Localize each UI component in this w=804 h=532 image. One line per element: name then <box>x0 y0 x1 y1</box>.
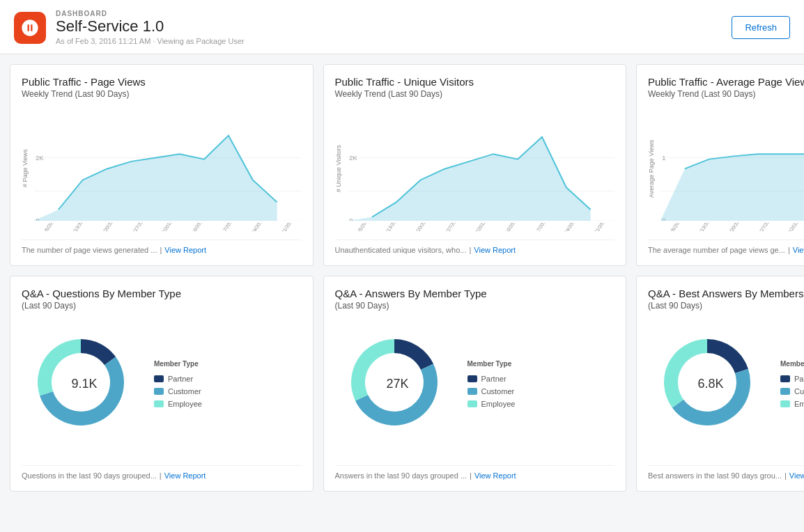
legend-color-employee <box>467 400 477 407</box>
card-title-answers-by-member: Q&A - Answers By Member Type <box>335 288 615 299</box>
dashboard-label: DASHBOARD <box>56 10 245 17</box>
donut-svg-wrap-answers-by-member: 27K <box>335 324 461 443</box>
card-answers-by-member: Q&A - Answers By Member Type (Last 90 Da… <box>323 276 627 492</box>
legend-color-partner <box>780 375 790 382</box>
legend-item-partner: Partner <box>154 375 202 383</box>
legend-title-answers-by-member: Member Type <box>467 360 516 368</box>
line-chart-page-views: # Page Views 2K 0 <box>22 106 302 234</box>
donut-chart-answers-by-member: 27K Member Type Partner Customer Employe… <box>335 318 615 460</box>
legend-label-partner: Partner <box>168 375 193 383</box>
svg-marker-5 <box>34 136 277 221</box>
legend-label-partner: Partner <box>481 375 507 383</box>
logo-icon <box>20 18 40 38</box>
legend-color-partner <box>154 375 164 382</box>
legend-title-best-answers-by-member: Member Type <box>780 360 804 368</box>
legend-item-customer: Customer <box>780 387 804 396</box>
legend-color-customer <box>154 388 164 395</box>
view-report-link-answers-by-member[interactable]: View Report <box>474 471 516 480</box>
donut-center-value-best-answers-by-member: 6.8K <box>697 377 723 391</box>
card-title-best-answers-by-member: Q&A - Best Answers By Members <box>648 288 804 299</box>
svg-marker-17 <box>660 155 804 221</box>
card-footer-page-views: The number of page views generated ... |… <box>22 240 302 254</box>
y-axis-label-avg-page-views: Average Page Views <box>648 106 660 231</box>
card-title-questions-by-member: Q&A - Questions By Member Type <box>22 288 302 299</box>
card-unique-visitors: Public Traffic - Unique Visitors Weekly … <box>323 64 627 266</box>
y-axis-label-unique-visitors: # Unique Visitors <box>335 106 348 231</box>
legend-questions-by-member: Member Type Partner Customer Employee <box>154 360 202 408</box>
legend-color-employee <box>780 400 790 407</box>
legend-best-answers-by-member: Member Type Partner Customer Employee <box>780 360 804 408</box>
header: DASHBOARD Self-Service 1.0 As of Feb 3, … <box>0 0 804 54</box>
footer-text-unique-visitors: Unauthenticated unique visitors, who... <box>335 246 467 254</box>
legend-label-employee: Employee <box>168 400 202 408</box>
card-best-answers-by-member: Q&A - Best Answers By Members (Last 90 D… <box>636 276 804 492</box>
card-subtitle-unique-visitors: Weekly Trend (Last 90 Days) <box>335 89 615 99</box>
donut-svg-wrap-best-answers-by-member: 6.8K <box>648 324 773 443</box>
header-titles: DASHBOARD Self-Service 1.0 As of Feb 3, … <box>56 10 245 45</box>
dashboard-title: Self-Service 1.0 <box>56 17 245 36</box>
app-logo <box>14 12 46 44</box>
card-page-views: Public Traffic - Page Views Weekly Trend… <box>10 64 314 266</box>
footer-text-avg-page-views: The average number of page views ge... <box>648 246 785 254</box>
donut-svg-wrap-questions-by-member: 9.1K <box>22 324 147 443</box>
donut-center-value-answers-by-member: 27K <box>386 377 408 391</box>
line-chart-unique-visitors: # Unique Visitors 2K 0 <box>335 106 615 234</box>
legend-label-employee: Employee <box>481 400 516 408</box>
donut-chart-questions-by-member: 9.1K Member Type Partner Customer Employ… <box>22 318 302 460</box>
legend-answers-by-member: Member Type Partner Customer Employee <box>467 360 516 408</box>
legend-item-employee: Employee <box>154 400 202 408</box>
legend-color-customer <box>467 388 477 395</box>
svg-text:1: 1 <box>662 155 665 162</box>
footer-text-answers-by-member: Answers in the last 90 days grouped ... <box>335 471 467 480</box>
card-subtitle-best-answers-by-member: (Last 90 Days) <box>648 301 804 311</box>
donut-chart-best-answers-by-member: 6.8K Member Type Partner Customer Employ… <box>648 318 804 460</box>
legend-color-employee <box>154 400 164 407</box>
donut-center-value-questions-by-member: 9.1K <box>71 377 97 391</box>
card-title-unique-visitors: Public Traffic - Unique Visitors <box>335 76 615 88</box>
legend-title-questions-by-member: Member Type <box>154 360 202 368</box>
legend-label-employee: Employee <box>794 400 804 408</box>
card-questions-by-member: Q&A - Questions By Member Type (Last 90 … <box>10 276 314 492</box>
legend-item-partner: Partner <box>780 375 804 383</box>
legend-color-partner <box>467 375 477 382</box>
line-svg-page-views: 2K 0 <box>34 106 302 221</box>
card-footer-avg-page-views: The average number of page views ge... |… <box>648 240 804 254</box>
card-footer-answers-by-member: Answers in the last 90 days grouped ... … <box>335 465 615 480</box>
legend-item-customer: Customer <box>467 387 516 396</box>
view-report-link-best-answers-by-member[interactable]: View Report <box>789 471 804 480</box>
legend-label-customer: Customer <box>794 387 804 396</box>
dashboard-grid: Public Traffic - Page Views Weekly Trend… <box>0 54 804 501</box>
card-subtitle-questions-by-member: (Last 90 Days) <box>22 301 302 311</box>
svg-text:2K: 2K <box>349 155 357 162</box>
footer-text-best-answers-by-member: Best answers in the last 90 days grou... <box>648 471 782 480</box>
card-title-page-views: Public Traffic - Page Views <box>22 76 302 88</box>
card-title-avg-page-views: Public Traffic - Average Page Views ... <box>648 76 804 88</box>
card-footer-questions-by-member: Questions in the last 90 days grouped...… <box>22 465 302 480</box>
line-svg-unique-visitors: 2K 0 <box>348 106 615 221</box>
legend-label-customer: Customer <box>481 387 515 396</box>
view-report-link-page-views[interactable]: View Report <box>164 246 206 254</box>
card-subtitle-answers-by-member: (Last 90 Days) <box>335 301 615 311</box>
header-left: DASHBOARD Self-Service 1.0 As of Feb 3, … <box>14 10 245 45</box>
legend-label-partner: Partner <box>794 375 804 383</box>
view-report-link-avg-page-views[interactable]: View Report <box>793 246 804 254</box>
x-labels-page-views: 12/6/201..ate12/13/20..01512/20/20..0151… <box>34 223 302 231</box>
view-report-link-questions-by-member[interactable]: View Report <box>164 471 206 480</box>
dashboard-subtitle: As of Feb 3, 2016 11:21 AM · Viewing as … <box>56 37 245 45</box>
footer-text-questions-by-member: Questions in the last 90 days grouped... <box>22 471 157 480</box>
svg-text:2K: 2K <box>36 155 43 162</box>
card-footer-unique-visitors: Unauthenticated unique visitors, who... … <box>335 240 615 254</box>
y-axis-label-page-views: # Page Views <box>22 106 34 231</box>
x-labels-avg-page-views: 12/6/201..ate12/13/20..01512/20/20..0151… <box>660 223 804 231</box>
refresh-button[interactable]: Refresh <box>732 16 790 39</box>
card-footer-best-answers-by-member: Best answers in the last 90 days grou...… <box>648 465 804 480</box>
x-labels-unique-visitors: 12/6/201..ate12/13/20..01512/20/20..0151… <box>348 223 615 231</box>
line-svg-avg-page-views: 1 0 <box>660 106 804 221</box>
card-subtitle-page-views: Weekly Trend (Last 90 Days) <box>22 89 302 99</box>
legend-label-customer: Customer <box>168 387 201 396</box>
card-subtitle-avg-page-views: Weekly Trend (Last 90 Days) <box>648 89 804 99</box>
legend-item-employee: Employee <box>780 400 804 408</box>
legend-item-employee: Employee <box>467 400 516 408</box>
view-report-link-unique-visitors[interactable]: View Report <box>474 246 516 254</box>
legend-item-partner: Partner <box>467 375 516 383</box>
